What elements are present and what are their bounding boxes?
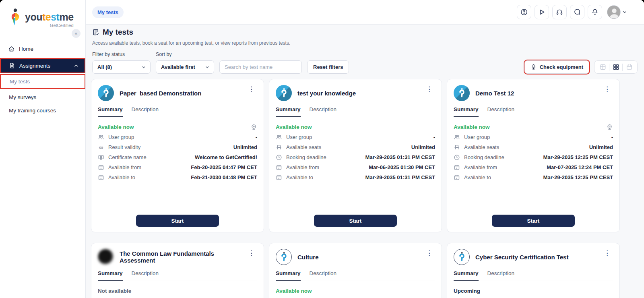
card-header: The Common Law Fundamentals Assessment⋮ xyxy=(98,249,257,265)
sidebar-subitem-my-surveys[interactable]: My surveys xyxy=(0,91,85,104)
detail-value: Welcome to GetCertified! xyxy=(195,154,257,160)
kebab-menu-icon[interactable]: ⋮ xyxy=(601,249,613,257)
headset-button[interactable] xyxy=(552,5,567,19)
detail-value: Unlimited xyxy=(411,144,435,150)
infinity-icon: ∞ xyxy=(98,144,104,150)
chat-button[interactable] xyxy=(570,5,584,19)
tab-summary[interactable]: Summary xyxy=(276,270,301,281)
status-row: Upcoming xyxy=(454,287,613,294)
help-button[interactable] xyxy=(517,5,531,19)
play-button[interactable] xyxy=(535,5,549,19)
kebab-menu-icon[interactable]: ⋮ xyxy=(423,249,435,257)
view-toggle-group xyxy=(594,60,638,74)
brand-letter: me xyxy=(59,11,73,23)
tab-description[interactable]: Description xyxy=(487,270,515,281)
sidebar-item-assignments[interactable]: Assignments xyxy=(1,59,85,72)
detail-value: Feb-20-2025 04:47 PM CET xyxy=(191,164,257,170)
card-tabs: SummaryDescription xyxy=(276,106,435,117)
calendar-icon xyxy=(98,164,104,171)
help-icon xyxy=(520,8,528,16)
sidebar-item-home[interactable]: Home xyxy=(0,41,85,56)
detail-value: - xyxy=(611,134,613,140)
users-icon xyxy=(98,134,104,141)
start-button[interactable]: Start xyxy=(314,215,397,227)
status-badge: Available now xyxy=(276,288,312,294)
test-logo xyxy=(276,249,292,265)
detail-label: Available seats xyxy=(286,144,321,150)
card-title: Cyber Security Certification Test xyxy=(475,254,568,261)
status-filter-select[interactable]: All (8) xyxy=(92,60,151,74)
tab-summary[interactable]: Summary xyxy=(98,106,123,117)
detail-row: Available toMar-29-2035 12:25 PM CEST xyxy=(454,174,613,181)
brand-letter: e xyxy=(45,11,51,23)
sort-by-select[interactable]: Available first xyxy=(156,60,214,74)
sidebar-nav: HomeAssignmentsMy testsMy surveysMy trai… xyxy=(0,41,85,117)
sort-by-value: Available first xyxy=(161,64,195,70)
tab-summary[interactable]: Summary xyxy=(454,106,479,117)
calendar-icon xyxy=(454,174,460,181)
page-header: My tests Access available tests, book a … xyxy=(91,27,638,46)
detail-row: User group- xyxy=(98,134,257,141)
card-title: Culture xyxy=(297,254,319,261)
grid-view-button[interactable] xyxy=(609,61,622,73)
card-header: Demo Test 12⋮ xyxy=(454,85,613,101)
kebab-menu-icon[interactable]: ⋮ xyxy=(246,85,257,93)
table-view-icon xyxy=(599,64,606,70)
start-button[interactable]: Start xyxy=(492,215,575,227)
tab-description[interactable]: Description xyxy=(310,270,337,281)
tab-description[interactable]: Description xyxy=(310,106,337,117)
grid-view-icon xyxy=(613,64,619,70)
card-header: Cyber Security Certification Test⋮ xyxy=(454,249,613,265)
sidebar-item-label: Home xyxy=(19,46,33,52)
card-tabs: SummaryDescription xyxy=(276,270,435,281)
table-view-button[interactable] xyxy=(596,61,609,73)
kebab-menu-icon[interactable]: ⋮ xyxy=(601,85,613,93)
card-tabs: SummaryDescription xyxy=(454,106,613,117)
tab-description[interactable]: Description xyxy=(132,106,159,117)
check-equipment-label: Check equipment xyxy=(540,64,583,70)
user-menu[interactable] xyxy=(607,5,627,19)
tab-description[interactable]: Description xyxy=(132,270,159,281)
tab-description[interactable]: Description xyxy=(487,106,515,117)
home-icon xyxy=(8,46,15,52)
breadcrumb[interactable]: My tests xyxy=(92,6,124,18)
tab-summary[interactable]: Summary xyxy=(98,270,123,281)
tab-summary[interactable]: Summary xyxy=(276,106,301,117)
brand-letter: you xyxy=(25,11,42,23)
reset-filters-button[interactable]: Reset filters xyxy=(307,60,349,74)
sidebar-collapse-button[interactable]: « xyxy=(72,29,80,38)
card-title: test your knowledge xyxy=(297,90,356,97)
kebab-menu-icon[interactable]: ⋮ xyxy=(246,249,257,257)
play-icon xyxy=(538,8,545,16)
detail-row: Booking deadlineMar-29-2035 12:25 PM CES… xyxy=(454,154,613,161)
card-tabs: SummaryDescription xyxy=(454,270,613,281)
tab-summary[interactable]: Summary xyxy=(454,270,479,281)
test-card: The Common Law Fundamentals Assessment⋮S… xyxy=(91,243,264,298)
detail-label: Booking deadline xyxy=(464,154,504,160)
detail-label: Booking deadline xyxy=(286,154,326,160)
detail-label: Available to xyxy=(108,174,135,180)
detail-value: - xyxy=(256,134,257,140)
app-window: youtestme GetCertified « HomeAssignments… xyxy=(0,0,644,298)
chevron-up-icon xyxy=(74,63,79,68)
brand-letter: s xyxy=(51,11,56,23)
calendar-view-button[interactable] xyxy=(623,61,636,73)
detail-row: Available fromMar-07-2025 12:24 PM CET xyxy=(454,164,613,171)
detail-value: Mar-29-2035 01:31 PM CEST xyxy=(365,154,435,160)
kebab-menu-icon[interactable]: ⋮ xyxy=(423,85,435,93)
card-header: Paper_based Demonstration⋮ xyxy=(98,85,257,101)
sidebar-subitem-my-tests[interactable]: My tests xyxy=(1,75,85,88)
detail-value: - xyxy=(433,134,435,140)
test-card: Cyber Security Certification Test⋮Summar… xyxy=(447,243,620,298)
card-header: Culture⋮ xyxy=(276,249,435,265)
check-equipment-button[interactable]: Check equipment xyxy=(524,60,589,74)
headset-icon xyxy=(556,8,563,16)
bell-button[interactable] xyxy=(588,5,602,19)
start-button[interactable]: Start xyxy=(136,215,219,227)
clock-icon xyxy=(454,154,460,161)
calendar-icon xyxy=(276,164,282,171)
chevron-down-icon xyxy=(141,65,146,70)
search-input[interactable] xyxy=(219,60,302,74)
sidebar-subitem-my-training-courses[interactable]: My training courses xyxy=(0,104,85,117)
brand-letter: t xyxy=(42,11,45,23)
